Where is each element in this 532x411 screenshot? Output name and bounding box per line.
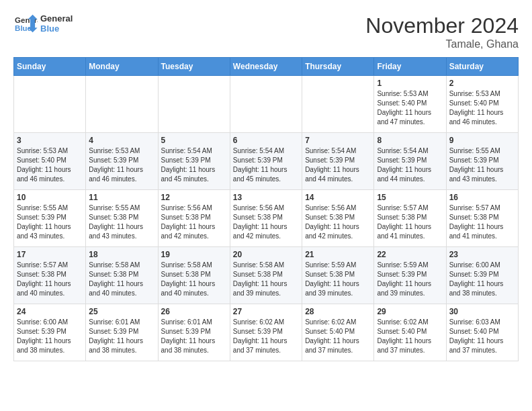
day-number: 6 xyxy=(233,136,299,145)
day-info: Sunrise: 6:01 AM Sunset: 5:39 PM Dayligh… xyxy=(89,318,154,355)
day-header-thursday: Thursday xyxy=(302,58,374,76)
calendar-cell: 23Sunrise: 6:00 AM Sunset: 5:39 PM Dayli… xyxy=(446,247,518,304)
day-info: Sunrise: 5:54 AM Sunset: 5:39 PM Dayligh… xyxy=(305,146,371,184)
calendar-cell: 24Sunrise: 6:00 AM Sunset: 5:39 PM Dayli… xyxy=(14,304,86,361)
day-number: 12 xyxy=(161,193,227,202)
calendar-cell: 18Sunrise: 5:58 AM Sunset: 5:38 PM Dayli… xyxy=(86,247,158,304)
calendar-week-row: 1Sunrise: 5:53 AM Sunset: 5:40 PM Daylig… xyxy=(14,76,519,133)
calendar-week-row: 24Sunrise: 6:00 AM Sunset: 5:39 PM Dayli… xyxy=(14,304,519,361)
day-number: 28 xyxy=(305,307,371,316)
title-block: November 2024 Tamale, Ghana xyxy=(365,13,519,50)
day-info: Sunrise: 5:59 AM Sunset: 5:38 PM Dayligh… xyxy=(305,261,371,298)
calendar-cell xyxy=(302,76,374,133)
day-number: 26 xyxy=(161,307,227,316)
calendar-cell xyxy=(158,76,230,133)
calendar-cell: 6Sunrise: 5:54 AM Sunset: 5:39 PM Daylig… xyxy=(230,133,302,190)
day-info: Sunrise: 6:02 AM Sunset: 5:40 PM Dayligh… xyxy=(377,318,443,355)
day-info: Sunrise: 6:01 AM Sunset: 5:39 PM Dayligh… xyxy=(161,318,227,355)
calendar-cell: 8Sunrise: 5:54 AM Sunset: 5:39 PM Daylig… xyxy=(374,133,446,190)
day-info: Sunrise: 5:57 AM Sunset: 5:38 PM Dayligh… xyxy=(377,203,443,241)
day-number: 2 xyxy=(449,79,515,88)
day-info: Sunrise: 6:03 AM Sunset: 5:40 PM Dayligh… xyxy=(449,318,515,355)
day-number: 18 xyxy=(89,250,154,259)
day-number: 19 xyxy=(161,250,227,259)
day-number: 14 xyxy=(305,193,371,202)
calendar-cell: 14Sunrise: 5:56 AM Sunset: 5:38 PM Dayli… xyxy=(302,190,374,247)
day-number: 29 xyxy=(377,307,443,316)
calendar-cell: 26Sunrise: 6:01 AM Sunset: 5:39 PM Dayli… xyxy=(158,304,230,361)
day-info: Sunrise: 6:00 AM Sunset: 5:39 PM Dayligh… xyxy=(449,261,515,298)
day-header-sunday: Sunday xyxy=(14,58,86,76)
day-number: 24 xyxy=(17,307,83,316)
logo: General Blue General Blue xyxy=(13,13,73,34)
calendar-cell xyxy=(14,76,86,133)
calendar-cell: 9Sunrise: 5:55 AM Sunset: 5:39 PM Daylig… xyxy=(446,133,518,190)
day-info: Sunrise: 5:56 AM Sunset: 5:38 PM Dayligh… xyxy=(305,203,371,241)
day-info: Sunrise: 5:56 AM Sunset: 5:38 PM Dayligh… xyxy=(161,203,227,241)
calendar-week-row: 17Sunrise: 5:57 AM Sunset: 5:38 PM Dayli… xyxy=(14,247,519,304)
logo-icon: General Blue xyxy=(13,13,38,34)
day-info: Sunrise: 5:54 AM Sunset: 5:39 PM Dayligh… xyxy=(161,146,227,184)
day-info: Sunrise: 5:57 AM Sunset: 5:38 PM Dayligh… xyxy=(17,261,83,298)
day-header-friday: Friday xyxy=(374,58,446,76)
day-number: 15 xyxy=(377,193,443,202)
calendar-table: SundayMondayTuesdayWednesdayThursdayFrid… xyxy=(13,57,519,361)
day-number: 25 xyxy=(89,307,154,316)
calendar-cell: 19Sunrise: 5:58 AM Sunset: 5:38 PM Dayli… xyxy=(158,247,230,304)
calendar-cell: 2Sunrise: 5:53 AM Sunset: 5:40 PM Daylig… xyxy=(446,76,518,133)
day-number: 21 xyxy=(305,250,371,259)
day-number: 27 xyxy=(233,307,299,316)
day-info: Sunrise: 6:02 AM Sunset: 5:40 PM Dayligh… xyxy=(305,318,371,355)
day-info: Sunrise: 6:00 AM Sunset: 5:39 PM Dayligh… xyxy=(17,318,83,355)
month-title: November 2024 xyxy=(365,13,519,38)
location: Tamale, Ghana xyxy=(365,38,519,50)
day-info: Sunrise: 5:54 AM Sunset: 5:39 PM Dayligh… xyxy=(377,146,443,184)
day-header-monday: Monday xyxy=(86,58,158,76)
day-number: 8 xyxy=(377,136,443,145)
day-number: 7 xyxy=(305,136,371,145)
day-number: 20 xyxy=(233,250,299,259)
calendar-cell: 28Sunrise: 6:02 AM Sunset: 5:40 PM Dayli… xyxy=(302,304,374,361)
logo-line1: General xyxy=(40,13,73,24)
calendar-cell: 20Sunrise: 5:58 AM Sunset: 5:38 PM Dayli… xyxy=(230,247,302,304)
day-header-saturday: Saturday xyxy=(446,58,518,76)
calendar-cell: 27Sunrise: 6:02 AM Sunset: 5:39 PM Dayli… xyxy=(230,304,302,361)
calendar-cell: 16Sunrise: 5:57 AM Sunset: 5:38 PM Dayli… xyxy=(446,190,518,247)
day-number: 4 xyxy=(89,136,154,145)
day-number: 9 xyxy=(449,136,515,145)
day-info: Sunrise: 5:55 AM Sunset: 5:39 PM Dayligh… xyxy=(17,203,83,241)
day-number: 17 xyxy=(17,250,83,259)
calendar-week-row: 10Sunrise: 5:55 AM Sunset: 5:39 PM Dayli… xyxy=(14,190,519,247)
day-number: 5 xyxy=(161,136,227,145)
calendar-cell: 30Sunrise: 6:03 AM Sunset: 5:40 PM Dayli… xyxy=(446,304,518,361)
day-info: Sunrise: 5:59 AM Sunset: 5:39 PM Dayligh… xyxy=(377,261,443,298)
day-number: 10 xyxy=(17,193,83,202)
day-info: Sunrise: 5:58 AM Sunset: 5:38 PM Dayligh… xyxy=(161,261,227,298)
calendar-cell xyxy=(86,76,158,133)
calendar-cell: 12Sunrise: 5:56 AM Sunset: 5:38 PM Dayli… xyxy=(158,190,230,247)
calendar-cell: 17Sunrise: 5:57 AM Sunset: 5:38 PM Dayli… xyxy=(14,247,86,304)
day-number: 13 xyxy=(233,193,299,202)
day-info: Sunrise: 5:53 AM Sunset: 5:40 PM Dayligh… xyxy=(377,89,443,127)
day-info: Sunrise: 5:53 AM Sunset: 5:39 PM Dayligh… xyxy=(89,146,154,184)
day-info: Sunrise: 5:54 AM Sunset: 5:39 PM Dayligh… xyxy=(233,146,299,184)
calendar-cell: 22Sunrise: 5:59 AM Sunset: 5:39 PM Dayli… xyxy=(374,247,446,304)
calendar-cell: 25Sunrise: 6:01 AM Sunset: 5:39 PM Dayli… xyxy=(86,304,158,361)
day-number: 22 xyxy=(377,250,443,259)
calendar-week-row: 3Sunrise: 5:53 AM Sunset: 5:40 PM Daylig… xyxy=(14,133,519,190)
calendar-cell: 5Sunrise: 5:54 AM Sunset: 5:39 PM Daylig… xyxy=(158,133,230,190)
day-number: 16 xyxy=(449,193,515,202)
day-info: Sunrise: 5:55 AM Sunset: 5:38 PM Dayligh… xyxy=(89,203,154,241)
page-header: General Blue General Blue November 2024 … xyxy=(13,13,519,50)
day-number: 1 xyxy=(377,79,443,88)
calendar-cell: 10Sunrise: 5:55 AM Sunset: 5:39 PM Dayli… xyxy=(14,190,86,247)
calendar-cell: 11Sunrise: 5:55 AM Sunset: 5:38 PM Dayli… xyxy=(86,190,158,247)
logo-line2: Blue xyxy=(40,24,73,34)
day-info: Sunrise: 5:58 AM Sunset: 5:38 PM Dayligh… xyxy=(89,261,154,298)
day-number: 30 xyxy=(449,307,515,316)
day-info: Sunrise: 6:02 AM Sunset: 5:39 PM Dayligh… xyxy=(233,318,299,355)
day-info: Sunrise: 5:58 AM Sunset: 5:38 PM Dayligh… xyxy=(233,261,299,298)
day-header-wednesday: Wednesday xyxy=(230,58,302,76)
calendar-cell: 29Sunrise: 6:02 AM Sunset: 5:40 PM Dayli… xyxy=(374,304,446,361)
day-info: Sunrise: 5:57 AM Sunset: 5:38 PM Dayligh… xyxy=(449,203,515,241)
